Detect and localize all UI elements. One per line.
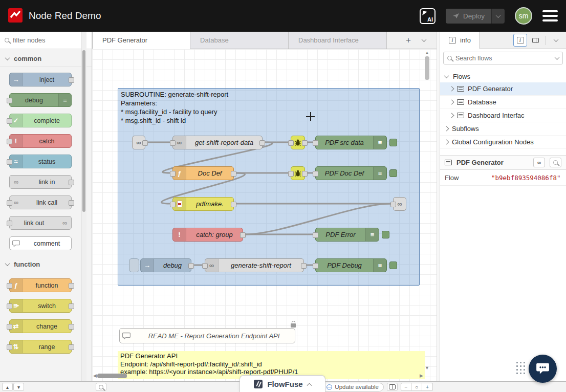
deploy-options-button[interactable]: [491, 9, 505, 24]
tab-info[interactable]: i info: [440, 32, 480, 49]
flow-group-generate-shift-report[interactable]: SUBROUTINE: generate-shift-report Parame…: [118, 88, 420, 286]
flow-node-pdf-debug[interactable]: PDF Debug ≡: [315, 258, 387, 272]
palette-node-function[interactable]: ƒ function: [9, 278, 72, 292]
flow-node-doc-def[interactable]: ƒ Doc Def: [172, 166, 234, 180]
flow-node-bug-2[interactable]: [291, 166, 305, 180]
palette-node-complete[interactable]: ✓ complete: [9, 114, 72, 127]
flow-node-generate-shift-report[interactable]: ∞ generate-shift-report: [205, 258, 304, 272]
chat-widget-button[interactable]: [529, 355, 557, 383]
tree-item-global-config[interactable]: Global Configuration Nodes: [440, 136, 566, 149]
search-flows-input[interactable]: [455, 55, 552, 62]
tree-item-dashboard-interface[interactable]: Dashboard Interfac: [440, 109, 566, 122]
palette-node-switch[interactable]: ⋔ switch: [9, 299, 72, 313]
tab-pdf-generator[interactable]: PDF Generator: [92, 32, 190, 49]
tree-item-database[interactable]: Database: [440, 96, 566, 109]
flowfuse-label: FlowFuse: [267, 380, 302, 388]
debug-enable-toggle[interactable]: [389, 139, 397, 146]
inject-trigger-button[interactable]: [129, 258, 139, 272]
link-icon: ∞: [10, 176, 23, 188]
palette-node-link-in[interactable]: ∞ link in: [9, 175, 72, 189]
sidebar-resize-handle[interactable]: [437, 32, 440, 381]
flows-tree: Flows PDF Generator Database Dashboard I…: [440, 70, 566, 149]
update-available-button[interactable]: Update available: [321, 383, 384, 391]
flow-list-button[interactable]: [417, 34, 430, 47]
ai-assistant-button[interactable]: AI: [420, 8, 436, 24]
tree-item-subflows[interactable]: Subflows: [440, 122, 566, 136]
workspace-tabbar: PDF Generator Database Dashboard Interfa…: [92, 32, 437, 49]
debug-icon: ≡: [58, 94, 71, 106]
palette-node-inject[interactable]: → inject: [9, 73, 72, 86]
palette-category-common[interactable]: common: [0, 51, 92, 67]
main-menu-button[interactable]: [542, 10, 558, 21]
filter-nodes-input[interactable]: [13, 36, 74, 44]
zoom-out-button[interactable]: −: [401, 383, 411, 391]
flow-node-pdf-src-data[interactable]: PDF src data ≡: [315, 136, 387, 149]
zoom-in-button[interactable]: +: [422, 383, 433, 391]
flow-node-get-shift-report-data[interactable]: ∞ get-shift-report-data: [172, 136, 263, 149]
deploy-button-group[interactable]: Deploy: [446, 9, 505, 24]
palette-node-status[interactable]: ≈ status: [9, 155, 72, 168]
chevron-up-icon[interactable]: [307, 383, 312, 388]
chevron-down-icon: [554, 37, 559, 42]
flow-node-link-out[interactable]: ∞: [393, 197, 406, 211]
user-avatar[interactable]: sm: [515, 7, 532, 25]
flowfuse-banner[interactable]: FlowFuse: [240, 375, 325, 392]
palette-node-link-call[interactable]: ∞ link call: [9, 195, 72, 209]
tab-dashboard-interface[interactable]: Dashboard Interface: [289, 32, 387, 49]
tab-database[interactable]: Database: [190, 32, 289, 49]
pdf-file-icon: [173, 198, 186, 210]
collapse-all-button[interactable]: ▴: [2, 383, 13, 391]
tree-flows-header[interactable]: Flows: [440, 70, 566, 82]
chevron-down-icon[interactable]: [555, 55, 560, 60]
flow-node-readme-comment[interactable]: READ ME - Report Generation Endpoint API: [119, 328, 295, 343]
flow-node-pdf-error[interactable]: PDF Error ≡: [315, 228, 379, 242]
palette-scrollbar-thumb[interactable]: [82, 50, 85, 212]
expand-all-button[interactable]: ▾: [13, 383, 24, 391]
palette-node-comment[interactable]: comment: [9, 236, 72, 250]
scroll-up-arrow[interactable]: ▲: [425, 50, 429, 55]
tree-item-pdf-generator[interactable]: PDF Generator: [440, 82, 566, 96]
palette-scroll-area[interactable]: common → inject debug ≡ ✓ complete: [0, 49, 92, 381]
debug-enable-toggle[interactable]: [389, 169, 397, 177]
horizontal-scrollbar-thumb[interactable]: [97, 374, 127, 378]
app-header: Node Red Demo AI Deploy sm: [0, 0, 566, 32]
flow-node-bug-1[interactable]: [291, 136, 305, 149]
search-flow-button[interactable]: [550, 158, 561, 167]
flow-node-catch-group[interactable]: ! catch: group: [172, 228, 243, 242]
debug-enable-toggle[interactable]: [389, 262, 397, 269]
info-tab-button[interactable]: i: [513, 34, 527, 47]
search-flows-box[interactable]: [443, 52, 563, 64]
debug-enable-toggle[interactable]: [382, 231, 389, 238]
palette-node-change[interactable]: ⇄ change: [9, 319, 72, 333]
palette-filter[interactable]: [0, 32, 92, 49]
flow-node-inject-debug[interactable]: → debug: [140, 258, 191, 272]
sidebar-tabs-menu-button[interactable]: [549, 34, 563, 47]
palette-node-range[interactable]: ⇅ range: [9, 340, 72, 354]
canvas-search-button[interactable]: [96, 383, 106, 391]
link-icon: ∞: [173, 136, 186, 149]
help-tab-button[interactable]: [529, 34, 542, 47]
toggle-navigator-button[interactable]: [387, 383, 398, 391]
flow-node-pdfmake[interactable]: pdfmake.: [172, 197, 234, 211]
flow-canvas[interactable]: SUBROUTINE: generate-shift-report Parame…: [92, 49, 437, 381]
zoom-reset-button[interactable]: ○: [411, 383, 422, 391]
link-icon: ∞: [10, 196, 23, 209]
drag-handle-dots[interactable]: [515, 361, 526, 375]
deploy-button[interactable]: Deploy: [446, 9, 491, 24]
flow-node-link-in[interactable]: ∞: [132, 136, 145, 149]
palette-category-function[interactable]: function: [0, 257, 92, 272]
header-actions: AI Deploy sm: [420, 7, 558, 25]
add-flow-button[interactable]: +: [402, 34, 415, 47]
scroll-left-arrow[interactable]: ◀: [93, 373, 97, 378]
flow-node-pdf-doc-def[interactable]: PDF Doc Def ≡: [315, 166, 387, 180]
status-icon: ≈: [10, 155, 23, 168]
node-label: PDF Debug: [316, 262, 373, 269]
copy-link-button[interactable]: ∞: [533, 158, 545, 167]
palette-node-link-out[interactable]: link out ∞: [9, 216, 72, 230]
scroll-right-arrow[interactable]: ▶: [420, 373, 423, 378]
palette-node-catch[interactable]: ! catch: [9, 134, 72, 148]
palette-node-debug[interactable]: debug ≡: [9, 93, 72, 107]
node-label: Doc Def: [186, 169, 233, 177]
scroll-down-arrow[interactable]: ▼: [425, 365, 429, 371]
vertical-scrollbar-thumb[interactable]: [425, 56, 429, 80]
